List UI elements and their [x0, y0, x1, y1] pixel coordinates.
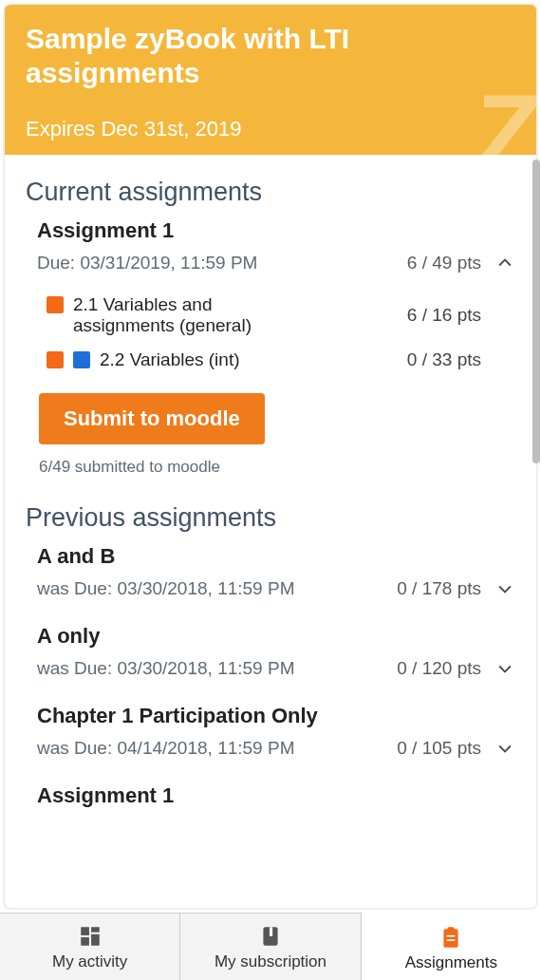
dashboard-icon	[78, 924, 103, 949]
assignment-points: 6 / 49 pts	[407, 253, 481, 273]
assignment-item: A only was Due: 03/30/2018, 11:59 PM 0 /…	[26, 624, 515, 679]
bottom-tab-bar: My activity My subscription Assignments	[0, 913, 541, 980]
chevron-up-icon[interactable]	[494, 253, 515, 273]
assignment-item: Assignment 1	[26, 783, 515, 808]
subsection-item[interactable]: 2.2 Variables (int) 0 / 33 pts	[37, 349, 515, 370]
svg-rect-9	[447, 939, 456, 941]
svg-rect-0	[81, 927, 89, 935]
assignment-item: Assignment 1 Due: 03/31/2019, 11:59 PM 6…	[26, 218, 515, 477]
svg-rect-6	[444, 929, 458, 948]
chevron-down-icon[interactable]	[494, 658, 515, 679]
assignment-points: 0 / 105 pts	[397, 738, 481, 759]
assignment-summary-row[interactable]: was Due: 03/30/2018, 11:59 PM 0 / 178 pt…	[37, 578, 515, 599]
subsection-label: 2.1 Variables and assignments (general)	[73, 294, 301, 336]
course-header: Sample zyBook with LTI assignments Expir…	[5, 5, 536, 155]
course-expiry: Expires Dec 31st, 2019	[26, 117, 515, 141]
subsection-label: 2.2 Variables (int)	[100, 349, 240, 370]
clipboard-icon	[438, 925, 463, 950]
assignment-title: Assignment 1	[37, 783, 515, 808]
submit-status: 6/49 submitted to moodle	[39, 458, 515, 477]
assignment-due: was Due: 03/30/2018, 11:59 PM	[37, 658, 294, 679]
assignment-points: 0 / 178 pts	[397, 578, 481, 599]
subsection-list: 2.1 Variables and assignments (general) …	[37, 294, 515, 370]
assignments-scroll[interactable]: Current assignments Assignment 1 Due: 03…	[5, 155, 536, 908]
svg-rect-7	[448, 927, 455, 931]
subsection-item[interactable]: 2.1 Variables and assignments (general) …	[37, 294, 515, 336]
subsection-points: 6 / 16 pts	[407, 305, 481, 326]
tab-label: Assignments	[405, 953, 497, 972]
assignment-due: was Due: 03/30/2018, 11:59 PM	[37, 578, 294, 599]
assignment-item: Chapter 1 Participation Only was Due: 04…	[26, 704, 515, 759]
challenge-tag-icon	[73, 351, 90, 368]
assignment-item: A and B was Due: 03/30/2018, 11:59 PM 0 …	[26, 544, 515, 599]
course-title: Sample zyBook with LTI assignments	[26, 22, 515, 90]
tab-my-activity[interactable]: My activity	[0, 914, 180, 980]
assignment-title: A only	[37, 624, 515, 649]
svg-rect-8	[447, 935, 456, 937]
assignment-points: 0 / 120 pts	[397, 658, 481, 679]
assignment-due: was Due: 04/14/2018, 11:59 PM	[37, 738, 294, 759]
tab-my-subscription[interactable]: My subscription	[180, 914, 361, 980]
assignment-due: Due: 03/31/2019, 11:59 PM	[37, 253, 257, 273]
assignment-title: A and B	[37, 544, 515, 569]
subsection-points: 0 / 33 pts	[407, 349, 481, 370]
bookmark-icon	[258, 924, 283, 949]
submit-to-moodle-button[interactable]: Submit to moodle	[39, 393, 265, 444]
assignment-summary-row[interactable]: was Due: 03/30/2018, 11:59 PM 0 / 120 pt…	[37, 658, 515, 679]
tab-label: My activity	[52, 952, 127, 971]
assignment-title: Chapter 1 Participation Only	[37, 704, 515, 728]
tab-label: My subscription	[215, 952, 326, 971]
participation-tag-icon	[47, 296, 64, 313]
participation-tag-icon	[47, 351, 64, 368]
assignment-summary-row[interactable]: Due: 03/31/2019, 11:59 PM 6 / 49 pts	[37, 253, 515, 273]
previous-assignments-heading: Previous assignments	[26, 503, 515, 533]
svg-rect-1	[91, 927, 100, 932]
brand-z-icon: Z	[477, 79, 536, 155]
assignment-title: Assignment 1	[37, 218, 515, 243]
chevron-down-icon[interactable]	[494, 738, 515, 759]
svg-rect-2	[91, 934, 100, 946]
scrollbar-thumb[interactable]	[532, 160, 538, 463]
svg-rect-5	[270, 927, 272, 936]
chevron-down-icon[interactable]	[494, 578, 515, 599]
current-assignments-heading: Current assignments	[26, 178, 515, 207]
svg-rect-3	[81, 937, 89, 946]
tab-assignments[interactable]: Assignments	[362, 913, 541, 980]
assignment-summary-row[interactable]: was Due: 04/14/2018, 11:59 PM 0 / 105 pt…	[37, 738, 515, 759]
